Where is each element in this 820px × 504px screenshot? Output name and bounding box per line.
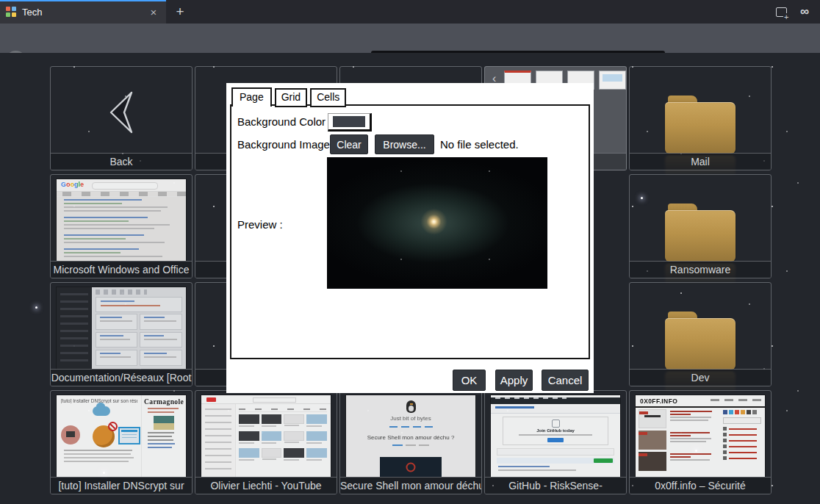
tile-github-risksense[interactable]: Join GitHub today GitHub - RiskSense- [484, 390, 627, 494]
ok-button[interactable]: OK [453, 370, 486, 391]
github-banner-text: Join GitHub today [503, 428, 608, 433]
tab-bar: Tech × + ∞ [0, 0, 820, 24]
carmagnole-site-title: Carmagnole [142, 398, 186, 406]
folder-icon [665, 318, 736, 370]
tile-ransomware[interactable]: Ransomware [629, 174, 772, 278]
tile-documentation-reseaux[interactable]: Documentation/Réseaux [Root [50, 282, 193, 386]
quick-dial-favicon [6, 7, 16, 17]
active-tab-indicator [0, 0, 166, 1]
back-chevron-icon [105, 90, 137, 135]
tile-thumbnail: Just bit of bytes Secure Shell mon amour… [346, 395, 475, 477]
settings-dialog: Page Grid Cells Background Color : Backg… [226, 83, 594, 393]
oxff-logo: 0X0FF.INFO [640, 397, 677, 405]
tab-grid[interactable]: Grid [275, 88, 307, 107]
tile-back[interactable]: Back [50, 66, 193, 170]
no-file-text: No file selected. [440, 138, 519, 151]
tile-thumbnail [201, 395, 331, 477]
tab-cells[interactable]: Cells [310, 88, 346, 107]
tile-label: Back [51, 153, 192, 170]
tab-title: Tech [22, 7, 147, 18]
tile-dev[interactable]: Dev [629, 282, 772, 386]
tile-dnscrypt[interactable]: [tuto] Installer DNScrypt sur son réseau… [50, 390, 193, 494]
tile-thumbnail: Join GitHub today [491, 395, 620, 477]
tab-tech[interactable]: Tech × [0, 0, 166, 24]
article-image [380, 457, 442, 477]
background-color-swatch[interactable] [328, 113, 372, 132]
apply-button[interactable]: Apply [495, 370, 533, 391]
new-window-icon[interactable] [770, 0, 792, 24]
infinity-icon[interactable]: ∞ [794, 0, 816, 24]
tile-thumbnail: 0X0FF.INFO [636, 395, 765, 477]
blog-title: Just bit of bytes [346, 415, 475, 422]
google-search-box [92, 182, 158, 190]
folder-icon [665, 102, 736, 154]
tile-thumbnail [57, 287, 186, 369]
new-tab-button[interactable]: + [169, 0, 191, 24]
swatch-color [333, 116, 365, 127]
new-window-glyph [776, 7, 787, 17]
background-image-label: Background Image : [237, 138, 336, 151]
preview-label: Preview : [237, 218, 283, 231]
tile-mail[interactable]: Mail [629, 66, 772, 170]
article-heading: Secure Shell mon amour déchu ? [346, 434, 475, 441]
google-logo: Google [61, 181, 84, 188]
clear-button[interactable]: Clear [330, 134, 368, 154]
github-signup-button [547, 438, 564, 442]
tile-thumbnail: Google [57, 179, 186, 261]
dialog-tab-strip: Page Grid Cells [231, 88, 346, 107]
cancel-button[interactable]: Cancel [542, 370, 589, 391]
tile-microsoft-windows-and-office[interactable]: Google Microsoft Windows and Office [50, 174, 193, 278]
tile-olivier-liechti[interactable]: Olivier Liechti - YouTube [195, 390, 337, 494]
tile-thumbnail: [tuto] Installer DNScrypt sur son réseau… [57, 395, 186, 477]
browse-button[interactable]: Browse... [375, 134, 434, 154]
tile-secure-shell[interactable]: Just bit of bytes Secure Shell mon amour… [339, 390, 482, 494]
youtube-logo [206, 397, 216, 402]
folder-icon [665, 210, 736, 262]
nav-toolbar: ← → ⌂ ⓘ Extension (Quick Dial) moz-exten… [0, 24, 820, 53]
tab-page[interactable]: Page [231, 87, 272, 107]
preview-image [327, 157, 547, 289]
tab-close-icon[interactable]: × [147, 6, 160, 18]
tile-0x0ff[interactable]: 0X0FF.INFO [629, 390, 772, 494]
penguin-logo [406, 400, 416, 413]
background-color-label: Background Color : [237, 115, 331, 128]
